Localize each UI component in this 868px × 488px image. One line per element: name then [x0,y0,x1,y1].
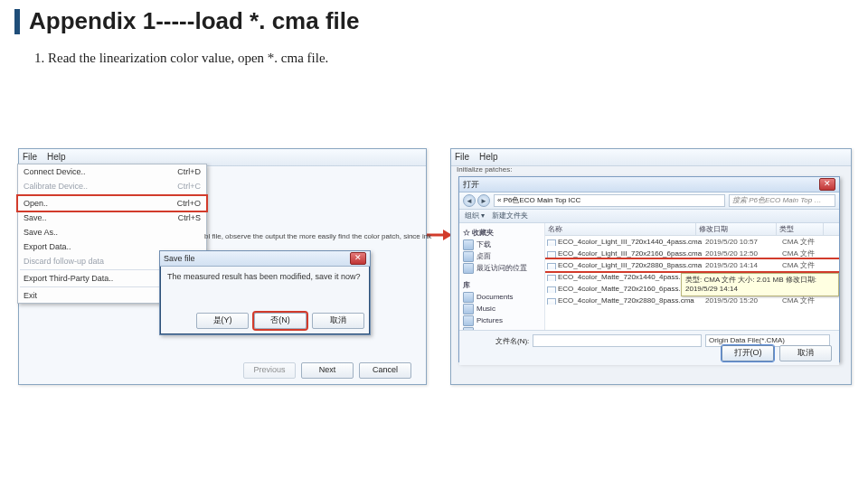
close-icon[interactable]: ✕ [819,178,835,191]
col-name[interactable]: 名称 [545,223,696,235]
forward-icon[interactable]: ► [477,194,490,207]
save-file-dialog: Save file ✕ The measured result has been… [159,250,371,335]
open-dialog-toolbar: 组织 ▾ 新建文件夹 [459,210,839,223]
open-dialog-footer: 文件名(N): Origin Data File(*.CMA) 打开(O) 取消 [459,330,839,365]
page-title: Appendix 1-----load *. cma file [29,7,360,35]
nav-arrows: ◄ ► [463,194,490,207]
no-button[interactable]: 否(N) [254,313,307,329]
file-name: ECO_4color_Light_III_720x2160_6pass.cma [545,249,703,258]
menu-open-label: Open.. [24,199,48,208]
sidebar-item-documents[interactable]: Documents [461,291,542,303]
cancel-button[interactable]: 取消 [312,313,364,329]
pictures-icon [463,315,474,326]
file-date: 2019/5/20 12:50 [703,249,779,258]
menu-save-label: Save.. [24,213,47,222]
recent-icon [463,263,474,274]
filename-label: 文件名(N): [495,336,529,346]
open-dialog-title: 打开 [463,179,479,191]
save-dialog-title: Save file [164,254,195,263]
file-name: ECO_4color_Matte_720x2160_6pass.cma [545,285,703,293]
menu-export-thirdparty-label: Export Third-Party Data.. [24,274,113,283]
sidebar-item-music[interactable]: Music [461,303,542,314]
new-folder-button[interactable]: 新建文件夹 [492,210,528,222]
step-1-text: 1. Read the linearization color value, o… [34,51,328,66]
file-row[interactable]: ECO_4color_Light_III_720x2880_8pass.cma2… [545,259,839,271]
sidebar-item-label: Pictures [476,316,503,324]
sidebar-item-label: 下载 [476,239,491,249]
close-icon[interactable]: ✕ [350,252,366,265]
sidebar-item-pictures[interactable]: Pictures [461,314,542,326]
file-list-pane: 名称 修改日期 类型 ECO_4color_Light_III_720x1440… [545,223,839,330]
menu-save-as[interactable]: Save As.. [18,225,206,239]
file-date: 2019/5/20 14:14 [703,261,779,269]
menu-export-data-label: Export Data.. [24,242,71,251]
sidebar-item-label: Documents [476,293,513,301]
sidebar-item-label: 最近访问的位置 [476,263,527,273]
sidebar-item-desktop[interactable]: 桌面 [461,250,542,262]
sidebar-favorites[interactable]: ☆ 收藏夹 [461,227,542,239]
menu-help[interactable]: Help [47,152,66,162]
file-type: CMA 文件 [779,249,823,258]
heading-accent [14,9,20,34]
file-type: CMA 文件 [779,260,823,270]
downloads-icon [463,239,474,250]
menu-help[interactable]: Help [479,152,498,162]
save-dialog-message: The measured result has been modified, s… [160,267,370,286]
menu-file[interactable]: File [23,152,37,162]
cancel-button[interactable]: 取消 [779,345,832,361]
filename-input[interactable] [533,334,702,347]
sidebar-item-recent[interactable]: 最近访问的位置 [461,262,542,274]
menu-discard-followup-label: Discard follow-up data [24,257,104,266]
sidebar-item-downloads[interactable]: 下载 [461,239,542,250]
menu-exit-label: Exit [24,291,37,300]
sidebar-item-label: Music [476,305,495,313]
file-name: ECO_4color_Matte_720x2880_8pass.cma [545,296,703,305]
cancel-button[interactable]: Cancel [359,362,411,379]
menu-connect-device-shortcut: Ctrl+D [177,167,201,176]
sidebar-item-label: 桌面 [476,251,491,261]
next-button[interactable]: Next [301,362,354,379]
yes-button[interactable]: 是(Y) [196,313,249,329]
open-button[interactable]: 打开(O) [722,345,774,361]
back-icon[interactable]: ◄ [463,194,476,207]
open-file-dialog: 打开 ✕ ◄ ► « P6色ECO Main Top ICC 搜索 P6色ECO… [458,176,840,362]
file-row[interactable]: ECO_4color_Light_III_720x2160_6pass.cma2… [545,248,839,259]
menu-calibrate-device-label: Calibrate Device.. [24,182,88,191]
file-type: CMA 文件 [779,296,823,305]
menu-open[interactable]: Open.. Ctrl+O [18,196,206,211]
file-row[interactable]: ECO_4color_Light_III_720x1440_4pass.cma2… [545,236,839,248]
file-name: ECO_4color_Matte_720x1440_4pass.cma [545,273,703,281]
menu-save-shortcut: Ctrl+S [178,213,201,222]
previous-button: Previous [243,362,296,379]
menu-file[interactable]: File [455,152,469,162]
col-type[interactable]: 类型 [777,223,824,235]
menu-open-shortcut: Ctrl+O [177,199,201,208]
menu-save-as-label: Save As.. [24,228,58,237]
menu-connect-device-label: Connect Device.. [24,167,86,176]
search-input[interactable]: 搜索 P6色ECO Main Top … [729,194,835,207]
menu-calibrate-device: Calibrate Device.. Ctrl+C [18,179,206,193]
app-window-right: File Help Initialize patches: 打开 ✕ ◄ ► «… [450,148,852,385]
file-list-header: 名称 修改日期 类型 [545,223,839,236]
organize-button[interactable]: 组织 ▾ [465,210,485,222]
app-window-left: File Help Connect Device.. Ctrl+D Calibr… [18,148,427,385]
file-date: 2019/5/20 10:57 [703,238,779,246]
file-date: 2019/5/20 15:20 [703,296,779,305]
menu-connect-device[interactable]: Connect Device.. Ctrl+D [18,164,206,179]
sidebar: ☆ 收藏夹 下载 桌面 最近访问的位置 库 Documents Music Pi… [459,223,545,330]
documents-icon [463,292,474,303]
file-name: ECO_4color_Light_III_720x1440_4pass.cma [545,238,703,246]
col-date[interactable]: 修改日期 [696,223,777,235]
file-tooltip: 类型: CMA 文件 大小: 2.01 MB 修改日期: 2019/5/29 1… [681,273,839,296]
desktop-icon [463,251,474,262]
file-name: ECO_4color_Light_III_720x2880_8pass.cma [545,261,703,269]
menubar-right[interactable]: File Help [451,149,851,166]
breadcrumb[interactable]: « P6色ECO Main Top ICC [494,194,725,207]
sidebar-libraries[interactable]: 库 [461,279,542,291]
initialize-patches-label: Initialize patches: [457,165,512,174]
menu-separator [20,194,204,195]
menu-calibrate-device-shortcut: Ctrl+C [177,182,201,191]
music-icon [463,304,474,314]
instruction-text: bl file, observe the output the more eas… [204,232,439,240]
menu-save[interactable]: Save.. Ctrl+S [18,211,206,225]
